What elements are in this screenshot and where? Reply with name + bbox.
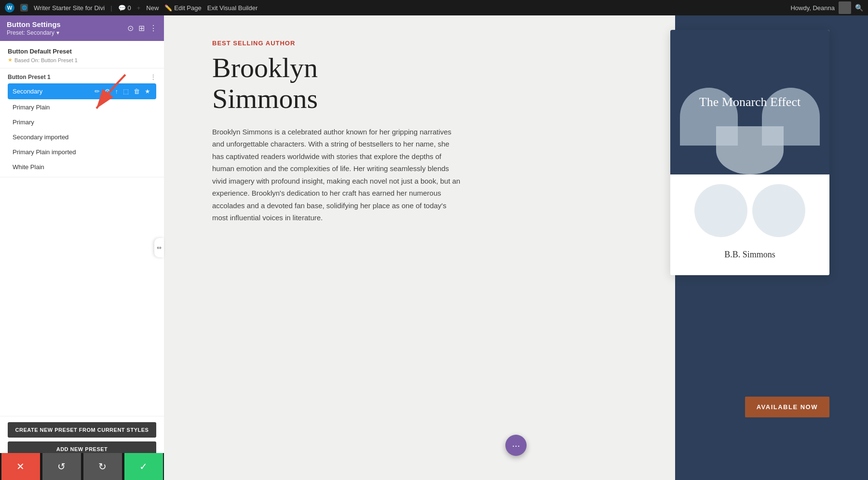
settings-preset-icon[interactable]: ⚙ — [104, 87, 111, 96]
book-lower: B.B. Simmons — [670, 174, 829, 275]
fab-button[interactable]: ··· — [505, 435, 527, 456]
star-preset-icon[interactable]: ★ — [144, 87, 151, 96]
top-bar: W 🌐 Writer Starter Site for Divi | 💬 0 +… — [0, 0, 868, 15]
main-layout: Button Settings Preset: Secondary ▾ ⊙ ⊞ … — [0, 15, 868, 480]
preset-item-label: White Plain — [13, 163, 151, 171]
divider: | — [110, 4, 112, 12]
book-author-name: B.B. Simmons — [680, 242, 820, 266]
preset-item-secondary-imported[interactable]: Secondary imported — [8, 130, 156, 144]
preset-item-label: Secondary imported — [13, 133, 151, 141]
default-preset-title: Button Default Preset — [8, 48, 156, 55]
shape-lower-right — [752, 184, 805, 237]
book-title: The Monarch Effect — [690, 94, 810, 110]
preset-item-label: Secondary — [13, 88, 94, 95]
user-avatar[interactable] — [839, 1, 851, 14]
search-icon[interactable]: 🔍 — [855, 4, 863, 12]
exit-builder-link[interactable]: Exit Visual Builder — [207, 4, 258, 12]
shape-lower-left — [694, 184, 747, 237]
book-cover: The Monarch Effect — [670, 30, 829, 174]
chevron-down-icon: ▾ — [56, 29, 59, 36]
cancel-button[interactable]: ✕ — [1, 453, 40, 480]
redo-button[interactable]: ↻ — [83, 453, 122, 480]
content-area: BEST SELLING AUTHOR BrooklynSimmons Broo… — [164, 15, 868, 480]
preset-item-label: Primary Plain — [13, 104, 151, 111]
fab-icon: ··· — [512, 440, 520, 451]
resize-handle[interactable]: ⇔ — [154, 238, 164, 257]
duplicate-preset-icon[interactable]: ⬚ — [122, 87, 130, 96]
site-name: Writer Starter Site for Divi — [34, 4, 105, 12]
available-now-button[interactable]: AVAILABLE NOW — [745, 397, 829, 417]
save-button[interactable]: ✓ — [124, 453, 163, 480]
panel-header-icons: ⊙ ⊞ ⋮ — [127, 24, 157, 33]
export-preset-icon[interactable]: ↑ — [114, 87, 120, 96]
preset-item-actions: ✏ ⚙ ↑ ⬚ 🗑 ★ — [94, 87, 152, 96]
bottom-toolbar: ✕ ↺ ↻ ✓ — [0, 453, 164, 480]
default-preset-section: Button Default Preset ★ Based On: Button… — [0, 41, 164, 68]
top-bar-right: Howdy, Deanna 🔍 — [790, 1, 863, 14]
left-panel: Button Settings Preset: Secondary ▾ ⊙ ⊞ … — [0, 15, 164, 480]
undo-button[interactable]: ↺ — [42, 453, 81, 480]
preset-label[interactable]: Preset: Secondary ▾ — [7, 29, 61, 36]
author-bio: Brooklyn Simmons is a celebrated author … — [212, 126, 463, 224]
edit-icon: ✏️ — [164, 4, 172, 12]
howdy-label: Howdy, Deanna — [790, 4, 835, 12]
wp-logo[interactable]: W — [5, 3, 14, 13]
more-icon[interactable]: ⋮ — [149, 24, 157, 33]
author-name: BrooklynSimmons — [212, 53, 463, 114]
preset-item-label: Primary Plain imported — [13, 148, 151, 156]
book-lower-shapes — [680, 184, 820, 242]
create-preset-button[interactable]: CREATE NEW PRESET FROM CURRENT STYLES — [8, 422, 156, 438]
star-icon: ★ — [8, 57, 13, 63]
preset-item-white-plain[interactable]: White Plain — [8, 160, 156, 174]
panel-header: Button Settings Preset: Secondary ▾ ⊙ ⊞ … — [0, 15, 164, 41]
author-category: BEST SELLING AUTHOR — [212, 40, 463, 47]
preset-item-primary[interactable]: Primary — [8, 115, 156, 129]
delete-preset-icon[interactable]: 🗑 — [133, 87, 141, 96]
panel-title: Button Settings — [7, 20, 61, 28]
group-star-icon[interactable]: ⋮ — [150, 73, 156, 80]
comment-count[interactable]: 💬 0 — [118, 4, 131, 12]
based-on-label: ★ Based On: Button Preset 1 — [8, 57, 156, 63]
preset-item-primary-plain-imported[interactable]: Primary Plain imported — [8, 145, 156, 159]
edit-preset-icon[interactable]: ✏ — [94, 87, 101, 96]
book-card: The Monarch Effect B.B. Simmons — [670, 30, 829, 275]
preset-item-secondary[interactable]: Secondary ✏ ⚙ ↑ ⬚ 🗑 ★ — [8, 83, 156, 99]
preset-list-area: Button Default Preset ★ Based On: Button… — [0, 41, 164, 480]
edit-page-link[interactable]: ✏️ Edit Page — [164, 4, 201, 12]
preset-item-primary-plain[interactable]: Primary Plain — [8, 100, 156, 114]
resize-icon: ⇔ — [157, 244, 162, 251]
preset-group: Button Preset 1 ⋮ Secondary ✏ ⚙ ↑ ⬚ 🗑 ★ — [0, 68, 164, 177]
new-menu[interactable]: New — [146, 4, 159, 12]
layout-icon[interactable]: ⊞ — [138, 24, 145, 33]
preset-group-title: Button Preset 1 ⋮ — [8, 73, 156, 80]
site-icon[interactable]: 🌐 — [20, 4, 28, 12]
author-section: BEST SELLING AUTHOR BrooklynSimmons Broo… — [212, 40, 463, 224]
comment-icon: 💬 — [118, 4, 126, 12]
shape-center — [716, 126, 784, 174]
preset-item-label: Primary — [13, 119, 151, 126]
settings-icon[interactable]: ⊙ — [127, 24, 134, 33]
divider2: + — [137, 4, 141, 12]
